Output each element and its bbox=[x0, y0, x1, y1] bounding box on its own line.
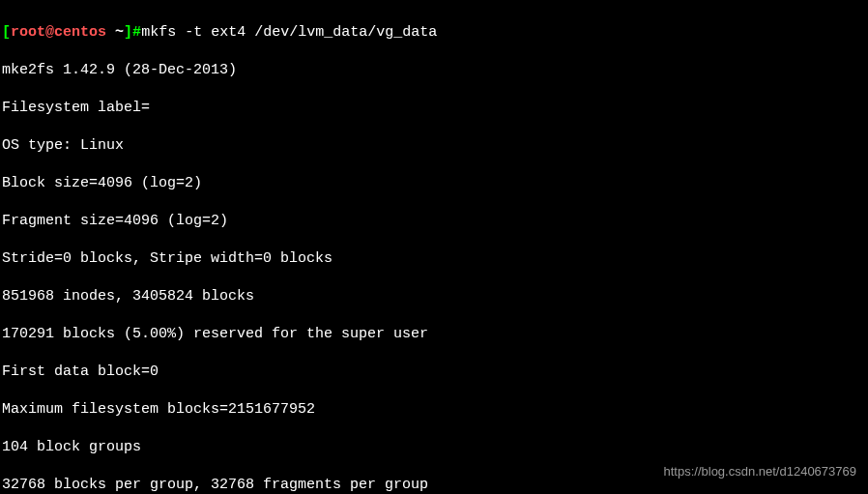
prompt-hash: # bbox=[132, 24, 141, 41]
watermark-text: https://blog.csdn.net/d1240673769 bbox=[664, 464, 857, 480]
output-line: Block size=4096 (log=2) bbox=[2, 174, 866, 193]
output-line: 170291 blocks (5.00%) reserved for the s… bbox=[2, 325, 866, 344]
prompt-dir: ~ bbox=[115, 24, 124, 41]
prompt-space bbox=[106, 24, 115, 41]
output-line: First data block=0 bbox=[2, 363, 866, 382]
prompt-close-bracket: ] bbox=[124, 24, 132, 41]
output-line: mke2fs 1.42.9 (28-Dec-2013) bbox=[2, 61, 866, 80]
command-line: [root@centos ~]#mkfs -t ext4 /dev/lvm_da… bbox=[2, 23, 866, 43]
prompt-host: centos bbox=[54, 24, 106, 41]
terminal-output[interactable]: [root@centos ~]#mkfs -t ext4 /dev/lvm_da… bbox=[2, 4, 866, 494]
command-text: mkfs -t ext4 /dev/lvm_data/vg_data bbox=[141, 24, 437, 41]
output-line: Fragment size=4096 (log=2) bbox=[2, 212, 866, 231]
prompt-open-bracket: [ bbox=[2, 24, 11, 41]
output-line: Filesystem label= bbox=[2, 99, 866, 118]
output-line: 104 block groups bbox=[2, 438, 866, 457]
prompt-user: root bbox=[11, 24, 45, 41]
prompt-at: @ bbox=[45, 24, 54, 41]
output-line: Stride=0 blocks, Stripe width=0 blocks bbox=[2, 249, 866, 269]
output-line: OS type: Linux bbox=[2, 136, 866, 156]
output-line: Maximum filesystem blocks=2151677952 bbox=[2, 400, 866, 420]
output-line: 851968 inodes, 3405824 blocks bbox=[2, 287, 866, 306]
